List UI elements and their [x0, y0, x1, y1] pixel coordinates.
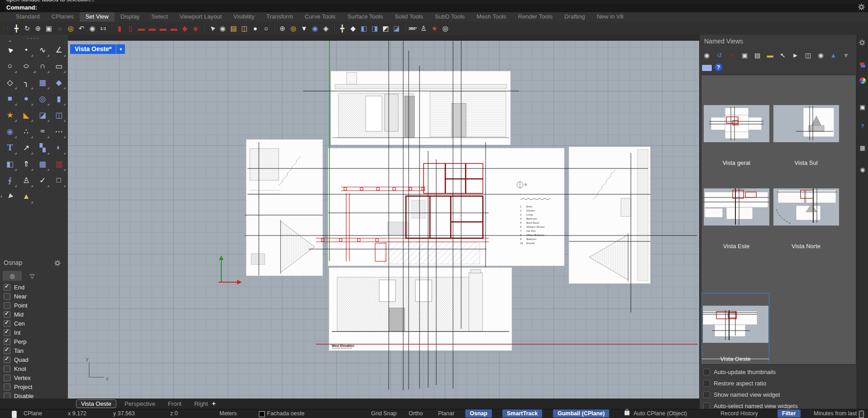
osnap-near[interactable]: Near — [4, 292, 68, 301]
menu-tab-render-tools[interactable]: Render Tools — [512, 12, 558, 22]
menu-tab-subd-tools[interactable]: SubD Tools — [429, 12, 471, 22]
gumball-icon[interactable]: ╋ — [337, 23, 348, 34]
menu-tab-new-in-v8[interactable]: New in V8 — [591, 12, 629, 22]
set-view-right-icon[interactable]: ▬ — [168, 23, 179, 34]
menu-tab-standard[interactable]: Standard — [10, 12, 46, 22]
sweep-surface-icon[interactable]: ◆ — [51, 75, 67, 90]
set-view-bottom-icon[interactable]: ▬ — [147, 23, 157, 34]
osnap-tan[interactable]: Tan — [4, 346, 68, 355]
osnap-vertex[interactable]: Vertex — [4, 373, 68, 382]
filter-toggle[interactable]: Filter — [777, 409, 801, 418]
extrude-surface-icon[interactable]: ▮ — [51, 91, 67, 106]
zoom-1to1-icon[interactable]: 1:1 — [98, 23, 109, 34]
arc-tool-icon[interactable]: ∩ — [35, 58, 50, 74]
move-up-icon[interactable]: ▲ — [828, 50, 839, 60]
save-view-icon[interactable]: ▤ — [228, 23, 239, 34]
curve-tool-icon[interactable]: ∿ — [35, 42, 50, 58]
viewport-tab-front[interactable]: Front — [163, 400, 186, 408]
checkbox[interactable] — [4, 356, 10, 363]
film-strip-icon[interactable] — [701, 64, 712, 72]
polygon-tool-icon[interactable]: ◇ — [2, 75, 18, 90]
layer-color-swatch[interactable] — [259, 411, 265, 417]
fillet-tool-icon[interactable]: ╮ — [19, 75, 34, 90]
point-tool-icon[interactable]: • — [19, 42, 34, 58]
viewport-title-dropdown[interactable]: ▼ — [116, 44, 125, 54]
command-prompt[interactable]: Command: — [6, 4, 37, 11]
checkbox[interactable] — [4, 384, 10, 390]
checkbox[interactable] — [4, 329, 10, 336]
set-view-back-icon[interactable]: ▯ — [125, 23, 136, 34]
menu-tab-cplanes[interactable]: CPlanes — [46, 12, 80, 22]
spotlight-icon[interactable]: ★ — [429, 23, 440, 34]
restore-view-icon[interactable]: ↺ — [714, 50, 725, 60]
toolbar-grip[interactable]: ⋮⋮ — [2, 26, 9, 31]
copy-array-icon[interactable]: ▚ — [35, 140, 50, 155]
menu-tab-mesh-tools[interactable]: Mesh Tools — [471, 12, 512, 22]
panel-gear-icon[interactable] — [859, 39, 866, 47]
menu-tab-curve-tools[interactable]: Curve Tools — [299, 12, 341, 22]
undo-view-icon[interactable]: ↶ — [76, 23, 87, 34]
menu-tab-viewport-layout[interactable]: Viewport Layout — [174, 12, 228, 22]
current-layer[interactable]: Fachada oeste — [267, 410, 305, 417]
pyramid-tool-icon[interactable]: ▲ — [19, 189, 34, 204]
sphere-tool-icon[interactable]: ● — [19, 91, 34, 106]
walk-icon[interactable]: ♙ — [418, 23, 429, 34]
smarttrack-toggle[interactable]: SmartTrack — [502, 409, 542, 418]
lock-icon[interactable] — [625, 411, 630, 415]
object-color-icon[interactable]: ◉ — [2, 124, 18, 139]
camera-panel-icon[interactable]: ◉ — [858, 165, 867, 173]
checkbox[interactable] — [4, 320, 10, 327]
rectangular-array-icon[interactable]: ▦ — [35, 156, 50, 172]
trim-tool-icon[interactable]: ◪ — [35, 107, 50, 123]
ortho-toggle[interactable]: Ortho — [409, 410, 423, 417]
display-panel-icon[interactable]: ▣ — [858, 103, 867, 111]
osnap-project[interactable]: Project — [4, 382, 68, 391]
cplane-vertical-icon[interactable]: ▼ — [299, 23, 310, 34]
move-down-icon[interactable]: ▼ — [841, 50, 851, 60]
pan-icon[interactable]: ╋ — [11, 23, 22, 34]
set-view-top-icon[interactable]: ▬ — [136, 23, 147, 34]
delete-view-icon[interactable]: × — [727, 50, 737, 60]
curve-continue-icon[interactable]: ⋯ — [51, 124, 67, 139]
set-view-left-icon[interactable]: ▬ — [157, 23, 168, 34]
checkbox[interactable] — [4, 338, 10, 345]
named-view-vista-sul[interactable]: Vista Sul — [772, 105, 840, 166]
color-wheel-icon[interactable] — [858, 77, 867, 85]
select-view-icon[interactable]: ↖ — [777, 50, 788, 60]
blend-curve-icon[interactable]: ≈ — [35, 124, 50, 139]
checkbox[interactable] — [703, 403, 710, 409]
osnap-mid[interactable]: Mid — [4, 310, 68, 319]
point-cloud-icon[interactable]: ∴ — [19, 124, 34, 139]
patch-surface-icon[interactable]: ▦ — [35, 75, 50, 90]
named-view-vista-este[interactable]: Vista Este — [702, 188, 771, 250]
menu-gear-icon[interactable] — [858, 4, 865, 11]
menu-tab-select[interactable]: Select — [146, 12, 174, 22]
grab-tool-icon[interactable]: ► — [0, 186, 21, 207]
orient-surface-icon[interactable]: ◨ — [369, 23, 380, 34]
checkbox[interactable] — [703, 391, 710, 398]
osnap-gear-icon[interactable] — [54, 260, 62, 267]
viewport-canvas[interactable]: Vista Oeste* ▼ — [68, 41, 699, 399]
checkbox[interactable] — [4, 347, 10, 354]
block-insert-icon[interactable]: ▥ — [51, 156, 67, 172]
osnap-cen[interactable]: Cen — [4, 319, 68, 328]
select-tool-icon[interactable]: ► — [0, 39, 21, 61]
mirror-icon[interactable]: ◐ — [51, 140, 67, 155]
option-show-named-view-widget[interactable]: Show named view widget — [703, 389, 798, 400]
menu-tab-solid-tools[interactable]: Solid Tools — [389, 12, 429, 22]
layers-panel-icon[interactable] — [858, 61, 867, 69]
osnap-knot[interactable]: Knot — [4, 364, 68, 373]
rotate-view-icon[interactable]: ↻ — [22, 23, 33, 34]
rectangle-tool-icon[interactable]: ▭ — [51, 58, 67, 74]
extrude-curve-icon[interactable]: ⇑ — [19, 156, 34, 172]
grid-panel-icon[interactable]: ▦ — [858, 144, 867, 152]
duplicate-icon[interactable]: ◫ — [803, 50, 813, 60]
menu-tab-surface-tools[interactable]: Surface Tools — [342, 12, 389, 22]
menu-tab-visibility[interactable]: Visibility — [228, 12, 261, 22]
orient-objects-icon[interactable]: ♙ — [19, 173, 34, 188]
zoom-lens-icon[interactable]: ◉ — [87, 23, 98, 34]
osnap-toggle[interactable]: Osnap — [465, 409, 492, 418]
zoom-window-icon[interactable]: ▣ — [43, 23, 54, 34]
auto-cplane-toggle[interactable]: Auto CPlane (Object) — [634, 410, 687, 417]
viewport-title-label[interactable]: Vista Oeste* — [70, 44, 116, 54]
